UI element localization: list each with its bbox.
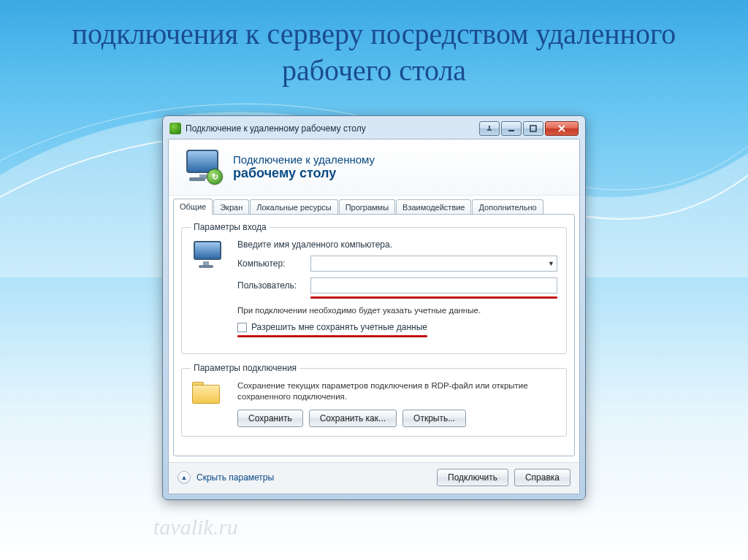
help-button[interactable]: Справка	[514, 469, 570, 486]
rdp-dialog: Подключение к удаленному рабочему столу	[162, 115, 586, 500]
banner-line1: Подключение к удаленному	[233, 153, 375, 166]
chevron-up-icon[interactable]: ▲	[178, 471, 191, 484]
tab-advanced[interactable]: Дополнительно	[472, 199, 543, 215]
conn-legend: Параметры подключения	[191, 363, 299, 373]
computer-icon	[191, 239, 226, 270]
connect-button[interactable]: Подключить	[437, 469, 508, 486]
minimize-button[interactable]	[501, 121, 522, 136]
annotation-underline-user	[310, 296, 557, 299]
save-as-button[interactable]: Сохранить как...	[309, 410, 397, 427]
annotation-underline-checkbox	[237, 335, 427, 337]
slide-title: подключения к серверу посредством удален…	[0, 0, 748, 96]
hide-options-link[interactable]: Скрыть параметры	[196, 472, 274, 483]
save-creds-label: Разрешить мне сохранять учетные данные	[251, 322, 427, 332]
svg-rect-2	[508, 130, 514, 131]
rdp-icon	[169, 123, 181, 134]
computer-label: Компьютер:	[237, 258, 310, 269]
window-title: Подключение к удаленному рабочему столу	[186, 123, 478, 134]
login-legend: Параметры входа	[191, 222, 270, 232]
titlebar[interactable]: Подключение к удаленному рабочему столу	[168, 121, 580, 139]
tabs: Общие Экран Локальные ресурсы Программы …	[169, 195, 579, 214]
conn-text: Сохранение текущих параметров подключени…	[237, 380, 557, 402]
tab-programs[interactable]: Программы	[339, 199, 395, 215]
banner: ↻ Подключение к удаленному рабочему стол…	[169, 139, 579, 195]
tab-display[interactable]: Экран	[213, 199, 249, 215]
save-button[interactable]: Сохранить	[237, 410, 303, 427]
tab-local[interactable]: Локальные ресурсы	[250, 199, 337, 215]
close-button[interactable]	[545, 121, 579, 136]
banner-line2: рабочему столу	[233, 166, 375, 181]
login-settings-group: Параметры входа Введите имя удаленного к…	[181, 222, 567, 354]
folder-icon	[191, 380, 223, 407]
pin-button[interactable]	[479, 121, 500, 136]
connection-settings-group: Параметры подключения Сохранение текущих…	[181, 363, 567, 437]
save-creds-checkbox[interactable]	[237, 323, 247, 332]
svg-rect-1	[487, 129, 492, 131]
user-input[interactable]	[310, 277, 557, 294]
tab-experience[interactable]: Взаимодействие	[396, 199, 471, 215]
computer-input[interactable]	[310, 256, 557, 272]
open-button[interactable]: Открыть...	[402, 410, 466, 427]
dialog-footer: ▲ Скрыть параметры Подключить Справка	[169, 462, 579, 494]
maximize-button[interactable]	[523, 121, 543, 136]
user-label: Пользователь:	[237, 280, 310, 291]
svg-rect-3	[530, 126, 536, 131]
watermark: tavalik.ru	[153, 515, 238, 540]
login-help: При подключении необходимо будет указать…	[237, 306, 557, 315]
tab-general[interactable]: Общие	[173, 199, 213, 215]
login-instruction: Введите имя удаленного компьютера.	[237, 239, 557, 250]
rdp-banner-icon: ↻	[182, 150, 223, 185]
